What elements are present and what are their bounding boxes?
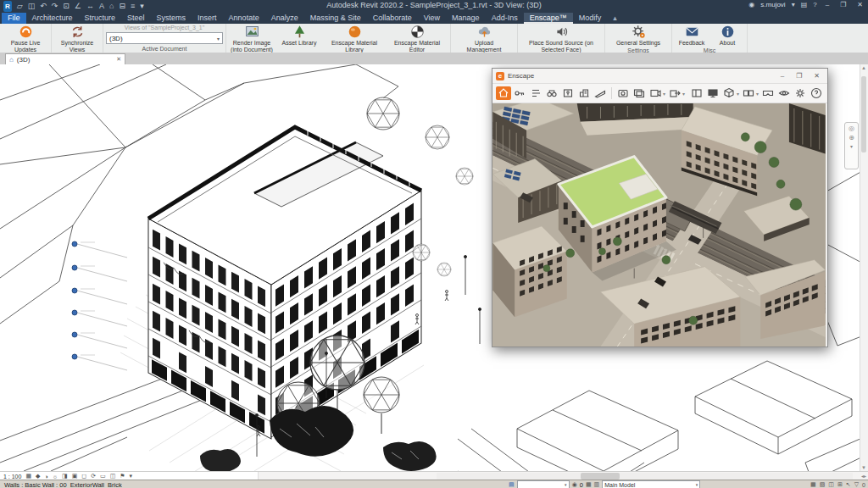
horizontal-scroll-thumb[interactable] [581,473,620,480]
tab-add-ins[interactable]: Add-Ins [486,13,524,24]
tab-systems[interactable]: Systems [151,13,192,24]
select-by-face-toggle-icon[interactable]: ⊞ [837,481,843,488]
sun-path-icon[interactable]: ◑ [44,474,47,480]
tab-file[interactable]: File [2,13,26,24]
navigation-bar[interactable]: ◎ ⊕ ▾ [844,122,859,169]
navbar-caret-icon[interactable]: ▾ [850,143,853,149]
restore-button[interactable]: ❐ [837,1,849,8]
scroll-corner-icons[interactable]: ◂▸ [861,473,866,479]
select-links-toggle-icon[interactable]: ▦ [810,481,816,488]
view-tab-3d[interactable]: ⌂ (3D) ✕ [5,53,125,64]
tab-architecture[interactable]: Architecture [26,13,79,24]
help-icon[interactable] [809,86,824,100]
reveal-hidden-elements-icon[interactable]: ⟳ [91,473,96,480]
display-icon[interactable] [705,86,721,100]
view-scale[interactable]: 1 : 100 [3,474,21,480]
video-editor-icon[interactable] [648,86,663,100]
upload-management-button[interactable]: Upload Management [453,25,515,53]
buildings-icon[interactable] [576,86,592,100]
tab-insert[interactable]: Insert [192,13,223,24]
place-sound-source-button[interactable]: Place Sound Source (on Selected Face) [520,25,602,53]
video-editor-caret-icon[interactable]: ▾ [663,91,665,97]
design-option-dropdown[interactable]: Main Model ▾ [602,480,700,488]
storyboard-icon[interactable] [741,86,756,100]
settings-gear-icon[interactable] [793,86,808,100]
vr-headset-icon[interactable] [760,86,776,100]
view-control-caret-icon[interactable]: ▾ [130,473,133,480]
scroll-up-icon[interactable]: ▲ [860,65,867,70]
binoculars-icon[interactable] [544,86,559,100]
enscape-material-editor-button[interactable]: Enscape Material Editor [387,25,448,53]
presentation-icon[interactable] [560,86,576,100]
enscape-material-library-button[interactable]: Enscape Material Library [324,25,385,53]
batch-render-icon[interactable] [632,86,647,100]
panel-icon[interactable] [689,86,704,100]
home-icon[interactable] [496,86,511,100]
signed-in-user[interactable]: s.mujovi [760,1,785,8]
asset-library-button[interactable]: Asset Library [276,25,322,47]
select-pinned-toggle-icon[interactable]: ◫ [828,481,834,488]
tab-view[interactable]: View [418,13,446,24]
signin-icon[interactable]: ◉ [748,1,754,8]
visual-style-icon[interactable]: ◆ [36,473,40,480]
tab-annotate[interactable]: Annotate [223,13,265,24]
displaced-elements-icon[interactable]: ◫ [110,473,116,480]
render-image-button[interactable]: Render Image (into Document) [229,25,275,53]
tab-manage[interactable]: Manage [446,13,486,24]
cube-icon[interactable] [721,86,737,100]
view-tab-close-icon[interactable]: ✕ [116,56,121,63]
detail-level-icon[interactable]: ▦ [25,473,31,480]
vertical-scrollbar[interactable]: ▲ ▼ [860,64,868,471]
enscape-render-viewport[interactable] [492,103,826,347]
enscape-window[interactable]: e Enscape – ❐ ✕ ▾ ▾ [492,68,828,347]
tab-analyze[interactable]: Analyze [265,13,304,24]
shadows-icon[interactable]: ☼ [53,474,58,480]
tab-massing-site[interactable]: Massing & Site [304,13,367,24]
active-workset-dropdown[interactable]: ▾ [517,480,570,488]
tab-structure[interactable]: Structure [79,13,122,24]
drag-on-selection-toggle-icon[interactable]: ↖ [846,481,851,488]
scroll-down-icon[interactable]: ▼ [860,465,867,470]
select-underlay-toggle-icon[interactable]: ▧ [820,481,826,488]
user-menu-caret-icon[interactable]: ▾ [792,1,795,8]
reveal-constraints-icon[interactable]: ⚑ [120,473,125,480]
active-view-dropdown[interactable]: (3D) ▾ [106,32,223,44]
enscape-minimize-button[interactable]: – [776,72,788,80]
help-menu-icon[interactable]: ? [813,1,816,8]
app-store-icon[interactable]: ▤ [801,1,808,8]
export-caret-icon[interactable]: ▾ [682,91,685,97]
horizontal-scrollbar[interactable] [437,473,853,480]
filter-icon[interactable]: ▽ [854,481,859,488]
synchronize-views-button[interactable]: Synchronize Views [54,25,100,53]
temporary-view-properties-icon[interactable]: ▭ [100,473,106,480]
screenshot-icon[interactable] [615,86,631,100]
storyboard-caret-icon[interactable]: ▾ [756,91,759,97]
editable-only-icon[interactable]: ▦ [586,481,592,488]
enscape-close-button[interactable]: ✕ [810,72,824,80]
key-icon[interactable] [512,86,527,100]
minimize-button[interactable]: – [823,1,832,8]
walk-mode-icon[interactable] [528,86,543,100]
measure-icon[interactable] [593,86,608,100]
tab-collaborate[interactable]: Collaborate [367,13,418,24]
drawing-area[interactable]: ◎ ⊕ ▾ ▲ ▼ e Enscape – ❐ ✕ [0,64,868,471]
visual-settings-eye-icon[interactable] [776,86,792,100]
cube-caret-icon[interactable]: ▾ [737,91,739,97]
tab-steel[interactable]: Steel [121,13,151,24]
tab-modify[interactable]: Modify [573,13,608,24]
steering-wheel-icon[interactable]: ◎ [849,125,854,132]
design-options-icon[interactable]: ▥ [594,481,600,488]
tab-enscape[interactable]: Enscape™ [524,13,573,24]
ribbon-display-toggle-icon[interactable]: ▴ [607,13,623,24]
pause-live-updates-button[interactable]: Pause Live Updates [3,25,48,53]
feedback-button[interactable]: Feedback [675,25,709,47]
crop-view-icon[interactable]: ◨ [62,473,68,480]
vertical-scroll-thumb[interactable] [861,76,866,152]
about-button[interactable]: About [710,25,744,47]
general-settings-button[interactable]: General Settings [608,25,669,47]
temporary-hide-isolate-icon[interactable]: ◻ [81,473,86,480]
show-crop-region-icon[interactable]: ▣ [72,473,78,480]
level-markers[interactable] [72,241,127,370]
export-icon[interactable] [667,86,682,100]
enscape-titlebar[interactable]: e Enscape – ❐ ✕ [492,69,827,84]
